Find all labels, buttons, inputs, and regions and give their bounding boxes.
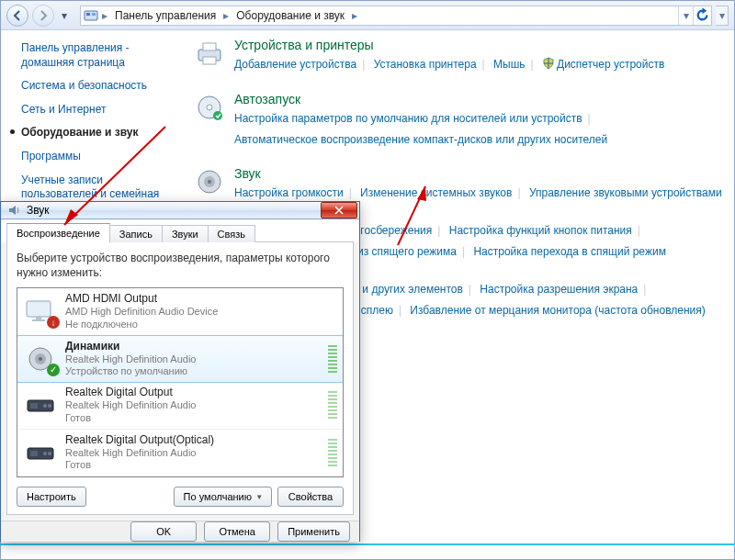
device-desc: Realtek High Definition Audio (65, 447, 317, 460)
tab-strip: Воспроизведение Запись Звуки Связь (1, 219, 359, 242)
chevron-right-icon[interactable]: ▸ (220, 6, 232, 25)
svg-rect-4 (203, 43, 216, 50)
configure-button[interactable]: Настроить (17, 487, 86, 507)
link-audio-devices[interactable]: Управление звуковыми устройствами (529, 186, 722, 199)
link-resolution[interactable]: Настройка разрешения экрана (480, 283, 638, 296)
link-power-buttons[interactable]: Настройка функций кнопок питания (449, 224, 632, 237)
category-display-partial: та и других элементов| Настройка разреше… (348, 279, 725, 321)
svg-point-21 (48, 404, 51, 408)
address-extra-dropdown[interactable]: ▾ (716, 6, 729, 26)
link-partial[interactable]: е из спящего режима (348, 245, 457, 258)
svg-rect-1 (86, 13, 90, 16)
decorative-line (0, 543, 735, 545)
address-dropdown[interactable]: ▾ (678, 6, 693, 25)
default-overlay-icon: ✓ (47, 364, 60, 376)
apply-button[interactable]: Применить (277, 521, 350, 542)
dialog-footer: OK Отмена Применить (1, 521, 359, 542)
device-row[interactable]: ✓ Динамики Realtek High Definition Audio… (17, 335, 344, 384)
sound-icon (6, 203, 21, 218)
nav-history-dropdown[interactable]: ▾ (58, 6, 71, 26)
category-title[interactable]: D (348, 337, 725, 352)
category-title[interactable]: Устройства и принтеры (234, 38, 725, 52)
sidebar-item-hardware-sound[interactable]: Оборудование и звук (21, 126, 175, 140)
dialog-titlebar[interactable]: Звук (1, 202, 359, 219)
svg-point-25 (48, 452, 51, 455)
shield-icon (542, 57, 555, 70)
back-button[interactable] (6, 5, 28, 27)
category-title[interactable]: Автозапуск (234, 92, 725, 106)
svg-rect-2 (92, 13, 96, 16)
category-devices-printers: Устройства и принтеры Добавление устройс… (194, 38, 725, 75)
tab-recording[interactable]: Запись (109, 225, 163, 242)
close-button[interactable] (321, 202, 357, 218)
link-system-sounds[interactable]: Изменение системных звуков (360, 186, 512, 199)
refresh-icon[interactable] (693, 6, 711, 25)
sound-dialog: Звук Воспроизведение Запись Звуки Связь … (0, 201, 360, 542)
link-partial[interactable]: ергосбережения (348, 224, 432, 237)
ok-button[interactable]: OK (130, 521, 197, 542)
device-row[interactable]: Realtek Digital Output(Optical) Realtek … (17, 430, 343, 477)
category-d-partial: D (348, 337, 725, 353)
receiver-icon (23, 389, 58, 420)
category-power-partial: ергосбережения| Настройка функций кнопок… (348, 220, 725, 263)
device-status: Готов (65, 459, 317, 472)
dialog-title: Звук (27, 204, 50, 217)
link-mouse[interactable]: Мышь (493, 58, 526, 71)
receiver-icon (23, 437, 58, 468)
autoplay-icon (194, 92, 225, 123)
control-panel-icon (84, 8, 98, 23)
link-partial[interactable]: та и других элементов (348, 283, 463, 296)
set-default-button[interactable]: По умолчанию (174, 487, 272, 507)
category-autoplay: Автозапуск Настройка параметров по умолч… (194, 92, 725, 151)
sidebar-item-programs[interactable]: Программы (21, 150, 175, 164)
sound-icon (194, 166, 225, 197)
link-device-manager[interactable]: Диспетчер устройств (557, 58, 664, 71)
chevron-right-icon[interactable]: ▸ (98, 6, 111, 25)
svg-point-24 (43, 452, 47, 455)
cancel-button[interactable]: Отмена (204, 521, 270, 542)
device-row[interactable]: Realtek Digital Output Realtek High Defi… (17, 382, 343, 430)
category-title[interactable]: Звук (234, 166, 725, 181)
svg-point-8 (213, 111, 222, 120)
link-media-defaults[interactable]: Настройка параметров по умолчанию для но… (234, 112, 582, 125)
link-add-device[interactable]: Добавление устройства (234, 58, 356, 71)
tab-communications[interactable]: Связь (208, 225, 255, 242)
link-cd-autoplay[interactable]: Автоматическое воспроизведение компакт-д… (234, 133, 607, 146)
breadcrumb-hardware-sound[interactable]: Оборудование и звук (232, 6, 348, 25)
sidebar-item-home[interactable]: Панель управления - домашняя страница (21, 41, 175, 70)
svg-rect-14 (32, 319, 45, 321)
address-bar[interactable]: ▸ Панель управления ▸ Оборудование и зву… (80, 6, 712, 26)
sidebar-item-accounts[interactable]: Учетные записи пользователей и семейная (21, 174, 175, 202)
device-desc: Realtek High Definition Audio (65, 353, 317, 366)
svg-point-20 (43, 404, 47, 408)
chevron-right-icon[interactable]: ▸ (348, 6, 361, 25)
svg-rect-12 (27, 301, 51, 317)
link-volume[interactable]: Настройка громкости (234, 186, 344, 199)
nav-bar: ▾ ▸ Панель управления ▸ Оборудование и з… (1, 1, 734, 30)
tab-body: Выберите устройство воспроизведения, пар… (6, 241, 354, 515)
sidebar-item-system-security[interactable]: Система и безопасность (21, 79, 175, 94)
link-refresh-rate[interactable]: Избавление от мерцания монитора (частота… (410, 304, 705, 317)
breadcrumb-control-panel[interactable]: Панель управления (111, 6, 220, 25)
tab-playback[interactable]: Воспроизведение (6, 223, 110, 242)
device-list[interactable]: ↓ AMD HDMI Output AMD High Definition Au… (17, 287, 344, 477)
svg-point-17 (39, 357, 42, 361)
device-status: Не подключено (65, 319, 337, 331)
disabled-overlay-icon: ↓ (47, 316, 60, 329)
tab-sounds[interactable]: Звуки (162, 225, 209, 242)
speaker-icon: ✓ (23, 343, 58, 375)
link-install-printer[interactable]: Установка принтера (374, 58, 477, 71)
device-buttons-row: Настроить По умолчанию Свойства (17, 487, 344, 507)
sidebar-item-network[interactable]: Сеть и Интернет (21, 103, 175, 118)
device-status: Устройство по умолчанию (65, 365, 317, 378)
level-meter (328, 345, 337, 373)
device-row[interactable]: ↓ AMD HDMI Output AMD High Definition Au… (17, 288, 343, 336)
device-name: Динамики (65, 340, 317, 353)
svg-point-11 (208, 180, 211, 184)
monitor-icon: ↓ (23, 296, 58, 327)
link-sleep[interactable]: Настройка перехода в спящий режим (473, 245, 665, 258)
properties-button[interactable]: Свойства (277, 487, 344, 507)
svg-rect-23 (30, 451, 38, 456)
forward-button[interactable] (32, 5, 54, 27)
category-sound: Звук Настройка громкости| Изменение сист… (194, 166, 725, 204)
